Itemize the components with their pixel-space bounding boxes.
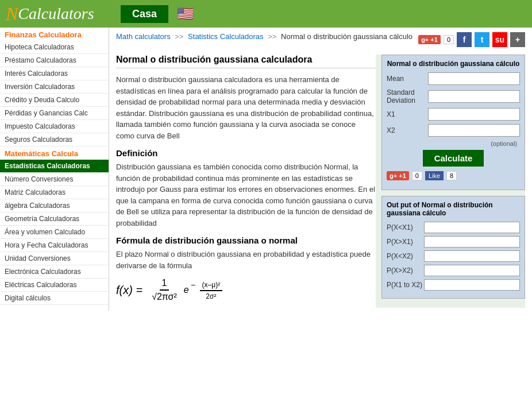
px1-to-x2-output [424,279,520,291]
gplus-count-top: 0 [444,35,454,44]
gplus-button-calc[interactable]: g+ +1 [387,171,409,180]
output-box: Out put of Normal o distribución gaussia… [381,196,525,299]
x1-row: X1 [387,108,520,121]
section1-heading: Definición [116,148,376,158]
optional-label: (optional) [387,140,520,147]
formula: f(x) = 1 √2πσ² e – (x–μ)² 2σ² [116,278,376,302]
calculator-box: Normal o distribución gaussiana cálculo … [381,55,525,190]
std-input[interactable] [428,90,520,103]
std-row: Standard Deviation [387,88,520,105]
section2-text: El plazo Normal o distribución gaussiana… [116,249,376,271]
sidebar-item[interactable]: Geometría Calculadoras [0,212,109,226]
main-wrapper: Finanzas CalculadoraHipoteca Calculadora… [0,28,532,311]
calc-social-row: g+ +1 0 Like 8 [387,171,520,180]
intro-text: Normal o distribución gaussiana calculad… [116,74,376,141]
mean-input[interactable] [428,72,520,85]
breadcrumb-current: Normal o distribución gaussiana cálculo [281,32,413,41]
px-lt-x2-output [424,250,520,262]
output-title: Out put of Normal o distribución gaussia… [387,201,520,217]
formula-exp-den: 2σ² [203,291,218,300]
casa-button[interactable]: Casa [121,5,168,23]
sidebar-item[interactable]: Eléctricas Calculadoras [0,279,109,292]
logo-text: Calculators [18,5,94,23]
gplus-button-top[interactable]: g+ +1 [418,35,441,44]
sidebar-item[interactable]: Hipoteca Calculadoras [0,41,109,54]
px-gt-x1-label: P(X>X1) [387,238,424,246]
sidebar-item[interactable]: Préstamo Calculadoras [0,54,109,67]
formula-denominator: √2πσ² [149,291,179,302]
sidebar-item[interactable]: Matriz Calculadoras [0,186,109,199]
breadcrumb-sep2: >> [268,32,276,41]
formula-exp-sign: – [191,280,195,289]
sidebar-item[interactable]: álgebra Calculadoras [0,199,109,212]
formula-exponent: – (x–μ)² 2σ² [191,280,225,300]
right-panel: Normal o distribución gaussiana cálculo … [376,55,525,308]
sidebar-item[interactable]: Seguros Calculadoras [0,133,109,146]
breadcrumb: Math calculators >> Statistics Calculado… [116,32,413,41]
breadcrumb-sep1: >> [175,32,183,41]
fb-like-button[interactable]: Like [425,171,444,180]
sidebar: Finanzas CalculadoraHipoteca Calculadora… [0,28,109,311]
formula-lhs: f(x) = [116,284,142,297]
x2-input[interactable] [428,124,520,137]
mean-label: Mean [387,75,428,83]
x1-input[interactable] [428,108,520,121]
formula-numerator: 1 [160,278,169,291]
px-gt-x2-row: P(X>X2) [387,265,520,276]
section2-heading: Fórmula de distribución gaussiana o norm… [116,235,376,245]
facebook-button-top[interactable]: f [457,32,472,47]
sidebar-item[interactable]: Digital cálculos [0,292,109,305]
px-gt-x1-row: P(X>X1) [387,236,520,248]
formula-e: e [184,285,189,295]
sidebar-item[interactable]: Estadísticas Calculadoras [0,160,109,173]
header: NCalculators Casa 🇺🇸 [0,0,532,28]
social-top: g+ +1 0 f t su + [418,32,525,47]
px-gt-x1-output [424,236,520,248]
sidebar-item[interactable]: Impuesto Calculadoras [0,120,109,133]
sidebar-item[interactable]: Número Conversiones [0,173,109,186]
px-lt-x2-label: P(X<X2) [387,252,424,260]
px-lt-x2-row: P(X<X2) [387,250,520,262]
px1-to-x2-label: P(X1 to X2) [387,281,424,289]
page-title: Normal o distribución gaussiana calculad… [116,55,376,68]
px-lt-x1-output [424,222,520,233]
sidebar-item[interactable]: Inversión Calculadoras [0,80,109,94]
twitter-button-top[interactable]: t [475,32,489,47]
formula-fraction: 1 √2πσ² [149,278,179,302]
sidebar-item[interactable]: Área y volumen Calculado [0,226,109,239]
x2-label: X2 [387,126,428,134]
px-lt-x1-label: P(X<X1) [387,223,424,231]
logo-area: NCalculators [6,3,115,25]
sidebar-item[interactable]: Hora y Fecha Calculadoras [0,239,109,252]
logo-n-icon: N [6,3,18,25]
calculate-button[interactable]: Calculate [423,150,484,167]
sidebar-item[interactable]: Crédito y Deuda Calculo [0,94,109,107]
px-lt-x1-row: P(X<X1) [387,222,520,233]
fb-count: 8 [446,171,457,180]
gplus-count-calc: 0 [412,171,422,180]
section1-text: Distribución gaussiana es también conoci… [116,161,376,229]
sidebar-item[interactable]: Unidad Conversiones [0,252,109,265]
px-gt-x2-output [424,265,520,276]
mean-row: Mean [387,72,520,85]
breadcrumb-link-math[interactable]: Math calculators [116,32,171,41]
calc-title: Normal o distribución gaussiana cálculo [387,60,520,68]
flag-icon: 🇺🇸 [177,6,194,22]
sidebar-item[interactable]: Electrónica Calculadoras [0,265,109,279]
sidebar-item[interactable]: Interés Calculadoras [0,67,109,80]
sidebar-category[interactable]: Finanzas Calculadora [0,28,109,41]
px-gt-x2-label: P(X>X2) [387,266,424,275]
fb-like-label: Like [429,172,440,179]
sidebar-item[interactable]: Pérdidas y Ganancias Calc [0,107,109,120]
formula-exp-num: (x–μ)² [200,281,223,291]
px1-to-x2-row: P(X1 to X2) [387,279,520,291]
breadcrumb-link-stats[interactable]: Statistics Calculadoras [188,32,264,41]
main-content: Normal o distribución gaussiana calculad… [116,55,376,308]
sidebar-category[interactable]: Matemáticas Calcula [0,146,109,160]
formula-exp-frac: (x–μ)² 2σ² [200,281,223,300]
x2-row: X2 [387,124,520,137]
add-button-top[interactable]: + [510,32,525,47]
stumbleupon-button-top[interactable]: su [492,32,507,47]
std-label: Standard Deviation [387,88,428,105]
x1-label: X1 [387,110,428,118]
